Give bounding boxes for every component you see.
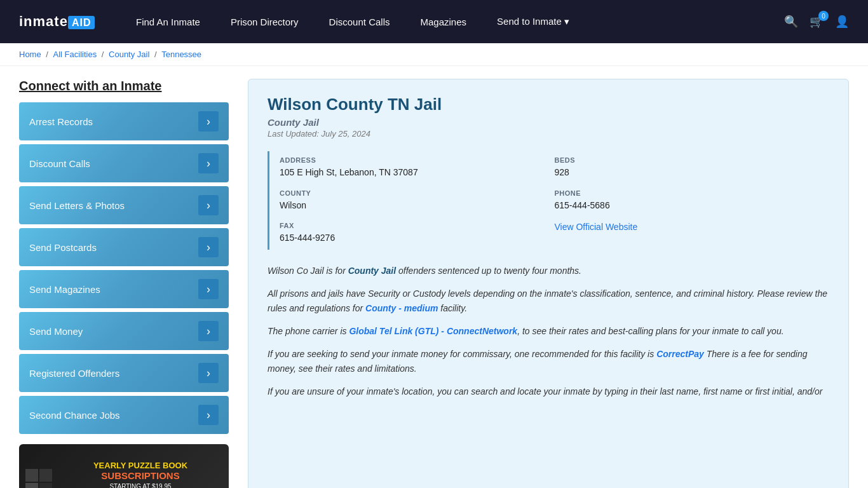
nav-prison-directory[interactable]: Prison Directory [215, 0, 314, 43]
address-label: ADDRESS [280, 156, 548, 164]
desc-paragraph-1: Wilson Co Jail is for County Jail offend… [268, 264, 829, 278]
sidebar-btn-send-postcards[interactable]: Send Postcards › [19, 228, 229, 266]
cart-icon[interactable]: 🛒 0 [810, 15, 824, 29]
desc-paragraph-2: All prisons and jails have Security or C… [268, 287, 829, 315]
facility-title: Wilson County TN Jail [268, 95, 829, 114]
sidebar-btn-discount-calls[interactable]: Discount Calls › [19, 144, 229, 182]
desc-paragraph-5: If you are unsure of your inmate's locat… [268, 384, 829, 398]
site-header: inmateAID Find An Inmate Prison Director… [0, 0, 868, 43]
arrow-icon: › [198, 195, 219, 215]
correctpay-link[interactable]: CorrectPay [656, 349, 704, 359]
sidebar: Connect with an Inmate Arrest Records › … [19, 79, 229, 488]
arrow-icon: › [198, 363, 219, 383]
arrow-icon: › [198, 321, 219, 341]
phone-value: 615-444-5686 [555, 200, 824, 212]
facility-description: Wilson Co Jail is for County Jail offend… [268, 264, 829, 399]
nav-discount-calls[interactable]: Discount Calls [314, 0, 405, 43]
site-logo[interactable]: inmateAID [19, 13, 102, 30]
beds-cell: BEDS 928 [555, 151, 830, 184]
arrow-icon: › [198, 237, 219, 257]
facility-type: County Jail [268, 117, 829, 128]
main-container: Connect with an Inmate Arrest Records › … [0, 66, 868, 488]
breadcrumb-state[interactable]: Tennessee [161, 50, 201, 59]
county-value: Wilson [280, 200, 548, 212]
county-jail-link[interactable]: County Jail [348, 266, 396, 276]
view-official-website-link[interactable]: View Official Website [555, 222, 638, 232]
phone-label: PHONE [555, 189, 824, 197]
cart-badge: 0 [818, 11, 829, 21]
search-icon[interactable]: 🔍 [784, 15, 798, 29]
breadcrumb: Home / All Facilities / County Jail / Te… [0, 43, 868, 66]
ad-banner[interactable]: YEARLY PUZZLE BOOK SUBSCRIPTIONS STARTIN… [19, 444, 229, 488]
nav-send-to-inmate[interactable]: Send to Inmate ▾ [482, 0, 585, 43]
facility-content: Wilson County TN Jail County Jail Last U… [248, 79, 849, 488]
breadcrumb-county-jail[interactable]: County Jail [109, 50, 149, 59]
sidebar-btn-arrest-records[interactable]: Arrest Records › [19, 102, 229, 140]
phone-cell: PHONE 615-444-5686 [555, 184, 830, 217]
facility-last-updated: Last Updated: July 25, 2024 [268, 129, 829, 139]
county-medium-link[interactable]: County - medium [365, 303, 438, 313]
fax-value: 615-444-9276 [280, 232, 548, 245]
sidebar-btn-send-letters[interactable]: Send Letters & Photos › [19, 186, 229, 224]
ad-title-line1: YEARLY PUZZLE BOOK [58, 461, 222, 471]
desc-paragraph-4: If you are seeking to send your inmate m… [268, 347, 829, 376]
beds-value: 928 [555, 166, 824, 179]
sidebar-btn-registered-offenders[interactable]: Registered Offenders › [19, 354, 229, 392]
user-icon[interactable]: 👤 [835, 15, 849, 29]
address-value: 105 E High St, Lebanon, TN 37087 [280, 166, 548, 179]
facility-info-grid: ADDRESS 105 E High St, Lebanon, TN 37087… [268, 151, 829, 250]
main-nav: Find An Inmate Prison Directory Discount… [121, 0, 765, 43]
desc-paragraph-3: The phone carrier is Global Tel Link (GT… [268, 324, 829, 338]
sidebar-btn-send-money[interactable]: Send Money › [19, 312, 229, 350]
sidebar-title: Connect with an Inmate [19, 79, 229, 93]
gtl-link[interactable]: Global Tel Link (GTL) - ConnectNetwork [349, 326, 517, 336]
county-cell: COUNTY Wilson [280, 184, 555, 217]
website-cell: View Official Website [555, 217, 830, 250]
sidebar-btn-send-magazines[interactable]: Send Magazines › [19, 270, 229, 308]
beds-label: BEDS [555, 156, 824, 164]
breadcrumb-all-facilities[interactable]: All Facilities [53, 50, 97, 59]
fax-cell: FAX 615-444-9276 [280, 217, 555, 250]
sidebar-btn-second-chance-jobs[interactable]: Second Chance Jobs › [19, 396, 229, 434]
arrow-icon: › [198, 153, 219, 173]
county-label: COUNTY [280, 189, 548, 197]
breadcrumb-home[interactable]: Home [19, 50, 41, 59]
arrow-icon: › [198, 405, 219, 425]
address-cell: ADDRESS 105 E High St, Lebanon, TN 37087 [280, 151, 555, 184]
ad-price: STARTING AT $19.95 [58, 483, 222, 488]
nav-find-inmate[interactable]: Find An Inmate [121, 0, 215, 43]
arrow-icon: › [198, 111, 219, 132]
nav-magazines[interactable]: Magazines [405, 0, 482, 43]
header-icons: 🔍 🛒 0 👤 [784, 15, 849, 29]
fax-label: FAX [280, 222, 548, 229]
logo-text: inmateAID [19, 13, 95, 30]
arrow-icon: › [198, 279, 219, 299]
